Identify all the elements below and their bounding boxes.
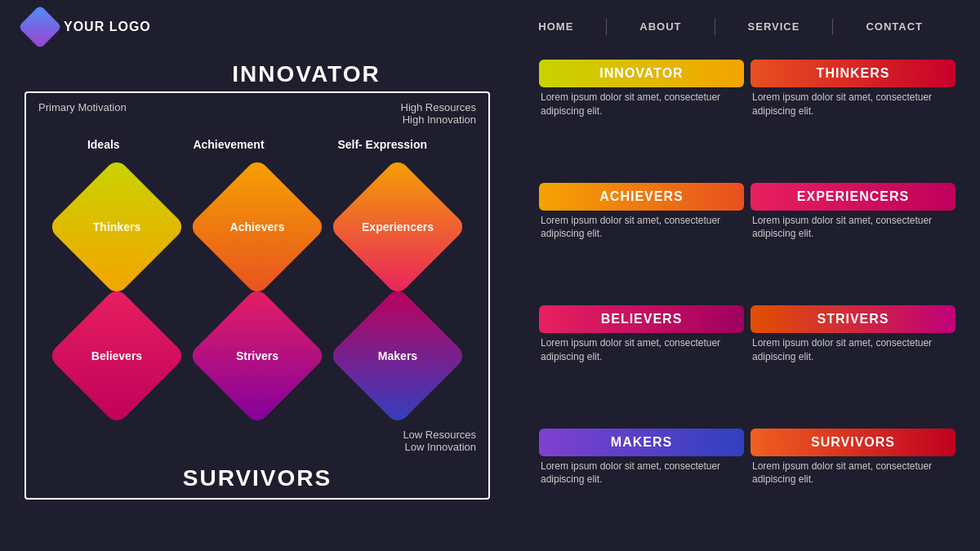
main-content: INNOVATOR Primary Motivation High Resour… (0, 53, 980, 551)
logo-icon (18, 5, 62, 49)
diamond-strivers-shape: Strivers (188, 287, 327, 425)
nav-home[interactable]: HOME (506, 20, 606, 33)
low-resources-label: Low ResourcesLow Innovation (403, 429, 476, 453)
logo-area: YOUR LOGO (24, 11, 151, 42)
card-innovator: INNOVATOR Lorem ipsum dolor sit amet, co… (539, 60, 744, 176)
diamond-makers-label: Makers (357, 349, 439, 362)
card-survivors: SURVIVORS Lorem ipsum dolor sit amet, co… (751, 429, 956, 545)
card-strivers: STRIVERS Lorem ipsum dolor sit amet, con… (751, 305, 956, 422)
diamond-achievers-label: Achievers (216, 220, 298, 233)
diamond-believers: Believers (60, 299, 174, 413)
card-survivors-body: Lorem ipsum dolor sit amet, consectetuer… (751, 460, 956, 487)
card-achievers-header: ACHIEVERS (539, 183, 744, 211)
diamond-thinkers-label: Thinkers (76, 220, 158, 233)
axis-self-expression: Self- Expression (337, 138, 427, 151)
nav-service[interactable]: SERVICE (715, 20, 833, 33)
card-makers-body: Lorem ipsum dolor sit amet, consectetuer… (539, 460, 744, 487)
navbar: YOUR LOGO HOME ABOUT SERVICE CONTACT (0, 0, 980, 53)
card-thinkers-body: Lorem ipsum dolor sit amet, consectetuer… (751, 91, 956, 118)
diamond-thinkers: Thinkers (60, 170, 174, 284)
card-believers-body: Lorem ipsum dolor sit amet, consectetuer… (539, 336, 744, 364)
diamond-achievers: Achievers (200, 170, 314, 284)
card-achievers-body: Lorem ipsum dolor sit amet, consectetuer… (539, 214, 744, 242)
diamond-strivers: Strivers (200, 299, 314, 413)
card-strivers-body: Lorem ipsum dolor sit amet, consectetuer… (751, 336, 956, 364)
diamond-makers: Makers (341, 299, 455, 413)
axis-labels: Ideals Achievement Self- Expression (26, 138, 488, 151)
left-panel: INNOVATOR Primary Motivation High Resour… (24, 53, 523, 551)
card-experiencers-header: EXPERIENCERS (751, 183, 956, 211)
axis-achievement: Achievement (193, 138, 264, 151)
nav-about[interactable]: ABOUT (607, 20, 714, 33)
diamond-believers-shape: Believers (47, 287, 186, 425)
diamond-experiencers-label: Experiencers (357, 220, 439, 233)
right-panel: INNOVATOR Lorem ipsum dolor sit amet, co… (539, 53, 956, 551)
card-believers: BELIEVERS Lorem ipsum dolor sit amet, co… (539, 305, 744, 422)
axis-ideals: Ideals (87, 138, 120, 151)
primary-motivation-label: Primary Motivation (38, 101, 127, 113)
high-resources-label: High ResourcesHigh Innovation (401, 101, 477, 126)
card-innovator-header: INNOVATOR (539, 60, 744, 87)
innovator-title: INNOVATOR (90, 61, 523, 87)
card-makers: MAKERS Lorem ipsum dolor sit amet, conse… (539, 429, 744, 545)
diamond-strivers-label: Strivers (216, 349, 298, 362)
diagram-box: Primary Motivation High ResourcesHigh In… (24, 91, 490, 500)
diamond-experiencers-shape: Experiencers (328, 158, 467, 296)
card-strivers-header: STRIVERS (751, 305, 956, 333)
card-believers-header: BELIEVERS (539, 305, 744, 333)
card-thinkers: THINKERS Lorem ipsum dolor sit amet, con… (751, 60, 956, 176)
nav-links: HOME ABOUT SERVICE CONTACT (506, 19, 956, 35)
diamond-believers-label: Believers (76, 349, 158, 362)
diamond-makers-shape: Makers (328, 287, 467, 425)
card-makers-header: MAKERS (539, 429, 744, 456)
card-achievers: ACHIEVERS Lorem ipsum dolor sit amet, co… (539, 183, 744, 300)
card-experiencers-body: Lorem ipsum dolor sit amet, consectetuer… (751, 214, 956, 242)
card-survivors-header: SURVIVORS (751, 429, 956, 456)
card-experiencers: EXPERIENCERS Lorem ipsum dolor sit amet,… (751, 183, 956, 300)
nav-contact[interactable]: CONTACT (833, 20, 956, 33)
diamond-thinkers-shape: Thinkers (47, 158, 186, 296)
logo-text: YOUR LOGO (64, 20, 151, 34)
diamond-experiencers: Experiencers (341, 170, 455, 284)
survivors-title: SURVIVORS (26, 465, 488, 491)
card-thinkers-header: THINKERS (751, 60, 956, 87)
diamonds-area: Thinkers Achievers Experiencers Believer… (51, 167, 464, 416)
diamond-achievers-shape: Achievers (188, 158, 327, 296)
card-innovator-body: Lorem ipsum dolor sit amet, consectetuer… (539, 91, 744, 118)
